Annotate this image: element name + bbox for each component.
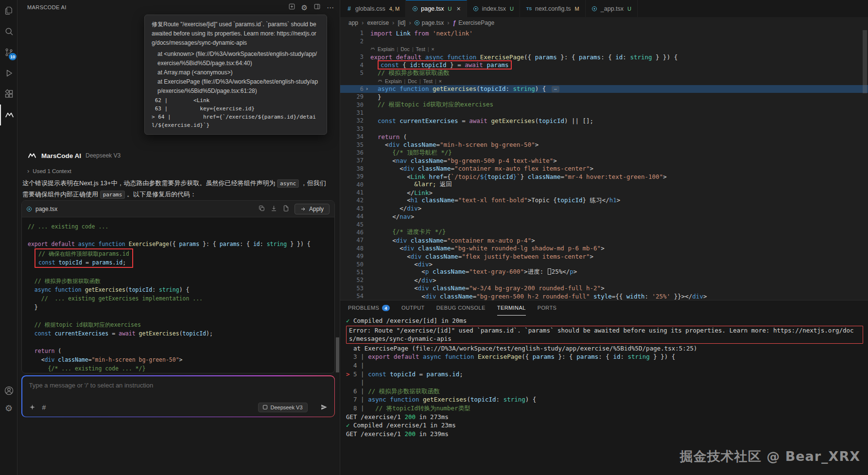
source-control-icon[interactable]: 10 — [0, 42, 17, 63]
marscode-icon[interactable] — [0, 105, 17, 125]
editor-tab-globals-css[interactable]: #globals.css4, M — [340, 0, 406, 17]
error-highlight-box: // 确保在组件顶部获取params.idconst topicId = par… — [35, 248, 133, 268]
codelens-row: Explain|Doc|Test|× — [340, 77, 868, 85]
breadcrumb-item[interactable]: ƒExercisePage — [452, 19, 494, 26]
chevron-separator-icon: › — [447, 19, 449, 26]
code-text: // 根据topic id获取对应的exercises — [370, 101, 493, 109]
search-icon[interactable] — [0, 21, 17, 42]
code-line: 1import Link from 'next/link' — [340, 29, 868, 37]
line-number: 35 — [347, 141, 364, 148]
react-icon — [413, 6, 417, 11]
tooltip-line: > 64 | href={`/exercise/${params.id}/det… — [152, 113, 320, 129]
code-card-filename: page.tsx — [35, 206, 57, 212]
insert-icon[interactable] — [270, 205, 278, 213]
error-highlight-box: const { id:topicId } = await params — [378, 60, 511, 70]
panel-tab-problems[interactable]: PROBLEMS4 — [348, 300, 390, 316]
file-type-css-icon: # — [346, 5, 352, 12]
codelens-action[interactable]: × — [439, 78, 442, 84]
chevron-separator-icon: › — [409, 19, 411, 26]
panel-tab-ports[interactable]: PORTS — [538, 300, 557, 316]
new-chat-icon[interactable] — [288, 3, 295, 12]
scrollbar-thumb[interactable] — [336, 337, 339, 372]
terminal-line: GET /exercise/1 200 in 273ms — [346, 413, 863, 422]
line-number: 40 — [347, 181, 364, 188]
codelens-action[interactable]: Doc — [408, 78, 417, 84]
editor-tab-index-tsx[interactable]: index.tsxU — [467, 0, 520, 17]
breadcrumb-item[interactable]: exercise — [367, 19, 389, 26]
send-icon[interactable] — [320, 404, 328, 411]
codelens-row: Explain|Doc|Test|× — [340, 45, 868, 53]
watermark: 掘金技术社区 @ Bear_XRX — [680, 448, 860, 465]
codelens-separator: | — [397, 46, 398, 52]
code-line — [28, 268, 329, 277]
folded-code-indicator[interactable]: ⋯ — [552, 86, 559, 92]
skills-icon[interactable] — [29, 404, 35, 410]
code-text: <div className="container mx-auto flex i… — [370, 165, 593, 172]
code-text: </div> — [370, 277, 436, 284]
code-text: <p className="text-gray-600">进度: 25%</p> — [370, 268, 577, 276]
code-line: 43 </div> — [340, 205, 868, 212]
assistant-message: 这个错误提示表明在Next.js 13+中，动态路由参数需要异步获取。虽然你已经… — [22, 178, 332, 200]
code-line: 30 // 根据topic id获取对应的exercises — [340, 101, 868, 109]
codelens-action[interactable]: Test — [416, 46, 425, 52]
breadcrumb-item[interactable]: app — [348, 19, 358, 26]
tab-status: 4, M — [389, 6, 399, 12]
code-line: // 确保在组件顶部获取params.id — [38, 249, 129, 258]
code-text: <div className="bg-white rounded-lg shad… — [370, 245, 605, 252]
panel-tab-terminal[interactable]: TERMINAL — [497, 300, 526, 316]
apply-button[interactable]: Apply — [295, 204, 330, 214]
code-text: </Link> — [370, 189, 433, 196]
layout-icon[interactable] — [313, 3, 321, 12]
file-type-react-icon — [27, 207, 32, 211]
tab-label: page.tsx — [421, 5, 444, 12]
codelens-action[interactable]: Test — [423, 78, 433, 84]
new-file-icon[interactable] — [282, 205, 290, 213]
panel-tab-debug-console[interactable]: DEBUG CONSOLE — [436, 300, 486, 316]
settings-icon[interactable]: ⚙ — [301, 4, 308, 11]
model-label: Deepseek V3 — [270, 405, 302, 410]
code-editor[interactable]: 1import Link from 'next/link'2Explain|Do… — [340, 28, 868, 300]
context-icon[interactable]: # — [42, 404, 46, 411]
react-icon — [415, 20, 419, 25]
editor-tab-next-config-ts[interactable]: TSnext.config.tsM — [520, 0, 586, 17]
code-text: import Link from 'next/link' — [370, 30, 473, 37]
code-line: // ... existing getExercises implementat… — [28, 294, 329, 303]
code-line: 45 — [340, 220, 868, 228]
editor-tab--app-tsx[interactable]: _app.tsxU — [586, 0, 638, 17]
code-text: // 模拟异步数据获取函数 — [370, 69, 450, 77]
code-text: &larr; 返回 — [370, 180, 452, 189]
terminal-line: | — [346, 378, 863, 387]
code-line: async function getExercises(topicId: str… — [28, 285, 329, 294]
symbol-function-icon: ƒ — [452, 19, 456, 26]
line-number: 53 — [347, 285, 364, 292]
model-selector[interactable]: Deepseek V3 — [258, 403, 307, 412]
fold-icon[interactable]: › — [364, 86, 370, 92]
chat-input[interactable] — [29, 382, 328, 389]
react-icon — [592, 6, 597, 11]
tab-close-icon[interactable]: × — [456, 5, 460, 12]
copy-icon[interactable] — [258, 205, 265, 213]
line-number: 41 — [347, 189, 364, 196]
code-card-header: page.tsx — [22, 201, 334, 217]
editor-tab-page-tsx[interactable]: page.tsxU× — [406, 0, 467, 17]
code-text: <nav className="bg-green-500 p-4 text-wh… — [370, 157, 557, 164]
codelens-action[interactable]: × — [432, 46, 434, 52]
code-line: 6› async function getExercises(topicId: … — [340, 85, 868, 93]
context-toggle[interactable]: › Used 1 Context — [27, 167, 71, 175]
panel-tab-output[interactable]: OUTPUT — [401, 300, 425, 316]
explorer-icon[interactable] — [0, 0, 17, 21]
codelens-action[interactable]: Doc — [400, 46, 410, 52]
more-icon[interactable]: ⋯ — [327, 4, 334, 11]
line-number: 33 — [347, 125, 364, 132]
run-debug-icon[interactable] — [0, 63, 17, 84]
code-line: 52 </div> — [340, 276, 868, 284]
codelens-action[interactable]: Explain — [378, 46, 394, 52]
breadcrumb-item[interactable]: [id] — [398, 19, 405, 26]
codelens-action[interactable]: Explain — [385, 78, 401, 84]
tooltip-line: at ExercisePage (file://D%3A/workSpace/t… — [152, 77, 320, 96]
extensions-icon[interactable] — [0, 84, 17, 105]
scrollbar-thumb[interactable] — [863, 30, 867, 93]
settings-icon[interactable]: ⚙ — [0, 398, 17, 419]
code-text: } — [370, 93, 382, 101]
breadcrumb-item[interactable]: page.tsx — [415, 19, 444, 26]
